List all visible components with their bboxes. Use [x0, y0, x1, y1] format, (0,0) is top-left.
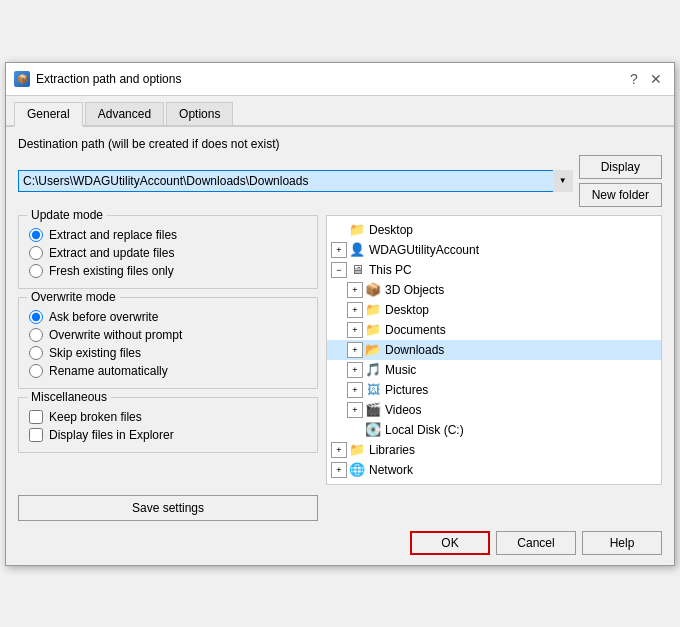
label-extract-replace: Extract and replace files	[49, 228, 177, 242]
ok-cancel-row: OK Cancel Help	[18, 531, 662, 555]
expander-libraries[interactable]: +	[331, 442, 347, 458]
dest-section: Destination path (will be created if doe…	[18, 137, 662, 207]
radio-ask-before[interactable]	[29, 310, 43, 324]
save-btn-row: Save settings	[18, 495, 662, 521]
icon-pictures: 🖼	[365, 382, 381, 398]
file-tree[interactable]: 📁 Desktop + 👤 WDAGUtilityAccount − 🖥 Thi…	[326, 215, 662, 485]
update-mode-legend: Update mode	[27, 208, 107, 222]
overwrite-mode-legend: Overwrite mode	[27, 290, 120, 304]
overwrite-skip[interactable]: Skip existing files	[29, 346, 307, 360]
new-folder-button[interactable]: New folder	[579, 183, 662, 207]
expander-documents[interactable]: +	[347, 322, 363, 338]
misc-legend: Miscellaneous	[27, 390, 111, 404]
label-desktop: Desktop	[369, 223, 413, 237]
expander-desktop	[331, 222, 347, 238]
tree-item-local-disk[interactable]: 💽 Local Disk (C:)	[327, 420, 661, 440]
update-mode-extract-update[interactable]: Extract and update files	[29, 246, 307, 260]
radio-skip-existing[interactable]	[29, 346, 43, 360]
label-desktop-sub: Desktop	[385, 303, 429, 317]
icon-libraries: 📁	[349, 442, 365, 458]
label-local-disk: Local Disk (C:)	[385, 423, 464, 437]
radio-overwrite-no-prompt[interactable]	[29, 328, 43, 342]
misc-keep-broken[interactable]: Keep broken files	[29, 410, 307, 424]
expander-pictures[interactable]: +	[347, 382, 363, 398]
icon-desktop-sub: 📁	[365, 302, 381, 318]
label-documents: Documents	[385, 323, 446, 337]
radio-fresh-existing[interactable]	[29, 264, 43, 278]
expander-3dobjects[interactable]: +	[347, 282, 363, 298]
radio-rename-auto[interactable]	[29, 364, 43, 378]
tree-item-downloads[interactable]: + 📂 Downloads	[327, 340, 661, 360]
ok-button[interactable]: OK	[410, 531, 490, 555]
label-extract-update: Extract and update files	[49, 246, 174, 260]
expander-videos[interactable]: +	[347, 402, 363, 418]
update-mode-extract-replace[interactable]: Extract and replace files	[29, 228, 307, 242]
help-bottom-button[interactable]: Help	[582, 531, 662, 555]
tab-advanced[interactable]: Advanced	[85, 102, 164, 125]
icon-3dobjects: 📦	[365, 282, 381, 298]
dialog: 📦 Extraction path and options ? ✕ Genera…	[5, 62, 675, 566]
check-keep-broken[interactable]	[29, 410, 43, 424]
update-mode-group: Update mode Extract and replace files Ex…	[18, 215, 318, 289]
folder-icon-desktop: 📁	[349, 222, 365, 238]
tree-item-3dobjects[interactable]: + 📦 3D Objects	[327, 280, 661, 300]
misc-group: Miscellaneous Keep broken files Display …	[18, 397, 318, 453]
tree-item-videos[interactable]: + 🎬 Videos	[327, 400, 661, 420]
overwrite-rename[interactable]: Rename automatically	[29, 364, 307, 378]
expander-local-disk	[347, 422, 363, 438]
expander-desktop-sub[interactable]: +	[347, 302, 363, 318]
dest-input[interactable]	[18, 170, 573, 192]
label-this-pc: This PC	[369, 263, 412, 277]
icon-local-disk: 💽	[365, 422, 381, 438]
title-text: Extraction path and options	[36, 72, 624, 86]
side-buttons: Display New folder	[579, 155, 662, 207]
label-skip-existing: Skip existing files	[49, 346, 141, 360]
label-libraries: Libraries	[369, 443, 415, 457]
tab-bar: General Advanced Options	[6, 96, 674, 127]
overwrite-ask-before[interactable]: Ask before overwrite	[29, 310, 307, 324]
tree-item-desktop[interactable]: 📁 Desktop	[327, 220, 661, 240]
dest-dropdown-button[interactable]: ▼	[553, 170, 573, 192]
tree-item-this-pc[interactable]: − 🖥 This PC	[327, 260, 661, 280]
tree-item-libraries[interactable]: + 📁 Libraries	[327, 440, 661, 460]
dest-input-wrap: ▼	[18, 170, 573, 192]
label-downloads: Downloads	[385, 343, 444, 357]
expander-downloads[interactable]: +	[347, 342, 363, 358]
help-button[interactable]: ?	[624, 69, 644, 89]
label-videos: Videos	[385, 403, 421, 417]
tree-item-network[interactable]: + 🌐 Network	[327, 460, 661, 480]
dest-label: Destination path (will be created if doe…	[18, 137, 662, 151]
radio-extract-replace[interactable]	[29, 228, 43, 242]
update-mode-fresh-existing[interactable]: Fresh existing files only	[29, 264, 307, 278]
icon-videos: 🎬	[365, 402, 381, 418]
expander-network[interactable]: +	[331, 462, 347, 478]
label-rename-auto: Rename automatically	[49, 364, 168, 378]
main-area: Update mode Extract and replace files Ex…	[18, 215, 662, 485]
expander-this-pc[interactable]: −	[331, 262, 347, 278]
close-button[interactable]: ✕	[646, 69, 666, 89]
expander-music[interactable]: +	[347, 362, 363, 378]
tree-item-music[interactable]: + 🎵 Music	[327, 360, 661, 380]
tab-options[interactable]: Options	[166, 102, 233, 125]
tree-item-pictures[interactable]: + 🖼 Pictures	[327, 380, 661, 400]
tree-item-wdagutility[interactable]: + 👤 WDAGUtilityAccount	[327, 240, 661, 260]
tree-item-documents[interactable]: + 📁 Documents	[327, 320, 661, 340]
overwrite-mode-group: Overwrite mode Ask before overwrite Over…	[18, 297, 318, 389]
label-overwrite-no-prompt: Overwrite without prompt	[49, 328, 182, 342]
overwrite-mode-options: Ask before overwrite Overwrite without p…	[29, 310, 307, 378]
overwrite-no-prompt[interactable]: Overwrite without prompt	[29, 328, 307, 342]
cancel-button[interactable]: Cancel	[496, 531, 576, 555]
misc-display-explorer[interactable]: Display files in Explorer	[29, 428, 307, 442]
check-display-explorer[interactable]	[29, 428, 43, 442]
user-icon-wdag: 👤	[349, 242, 365, 258]
label-fresh-existing: Fresh existing files only	[49, 264, 174, 278]
radio-extract-update[interactable]	[29, 246, 43, 260]
expander-wdag[interactable]: +	[331, 242, 347, 258]
label-network: Network	[369, 463, 413, 477]
tree-item-desktop-sub[interactable]: + 📁 Desktop	[327, 300, 661, 320]
title-controls: ? ✕	[624, 69, 666, 89]
display-button[interactable]: Display	[579, 155, 662, 179]
dest-row: ▼ Display New folder	[18, 155, 662, 207]
save-settings-button[interactable]: Save settings	[18, 495, 318, 521]
tab-general[interactable]: General	[14, 102, 83, 127]
